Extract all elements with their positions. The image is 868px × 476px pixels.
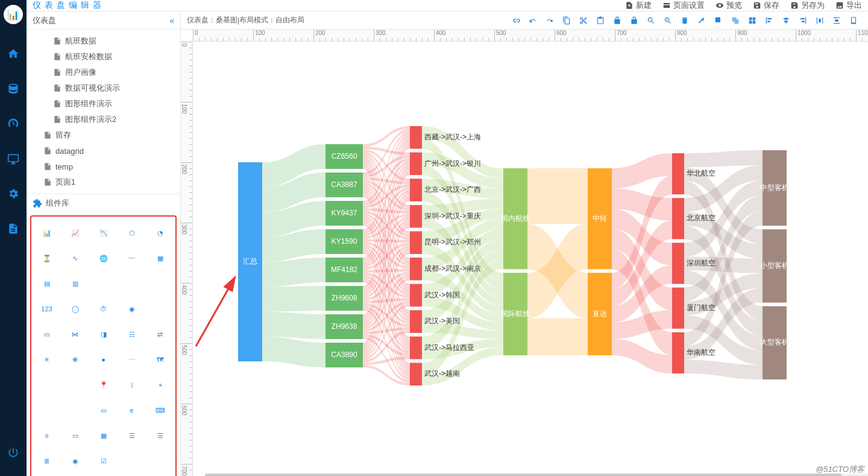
component-item[interactable]: ◉ [119, 297, 145, 320]
tool-front[interactable] [710, 12, 727, 29]
nav-settings[interactable] [0, 176, 27, 211]
component-item[interactable]: ⋯ [119, 348, 145, 371]
component-item[interactable]: ≣ [34, 449, 60, 472]
component-item[interactable]: ⋈ [62, 323, 88, 346]
tool-link[interactable] [508, 12, 524, 29]
nav-report[interactable] [0, 211, 27, 246]
component-item[interactable]: e [119, 399, 145, 422]
component-item[interactable]: ∿ [62, 247, 88, 270]
canvas[interactable]: 汇总CZ6560CA3887KY9437KY1590MF4182ZH9608ZH… [193, 42, 868, 476]
component-item[interactable] [62, 373, 88, 396]
component-item[interactable] [62, 399, 88, 422]
nav-power[interactable] [0, 435, 27, 470]
component-item[interactable]: ✳ [34, 348, 60, 371]
tree-item[interactable]: 图形组件演示2 [27, 112, 180, 127]
component-item[interactable]: 🌐 [90, 247, 116, 270]
component-item[interactable]: 123 [34, 297, 60, 320]
action-new[interactable]: 新建 [625, 0, 652, 11]
component-item[interactable]: ▭ [34, 323, 60, 346]
tree-item[interactable]: 航班数据 [27, 33, 180, 49]
component-item[interactable]: ☰ [119, 424, 145, 447]
component-item[interactable]: ◨ [90, 323, 116, 346]
tool-back[interactable] [727, 12, 744, 29]
tree-item[interactable]: datagrid [27, 143, 180, 159]
component-item[interactable]: ▭ [62, 424, 88, 447]
svg-rect-53 [672, 288, 684, 329]
action-preview[interactable]: 预览 [715, 0, 742, 11]
tool-mobile[interactable] [845, 12, 862, 29]
tool-align-center[interactable] [778, 12, 794, 29]
tool-clear[interactable] [693, 12, 710, 29]
component-item[interactable]: ☷ [119, 323, 145, 346]
tool-undo[interactable] [524, 12, 541, 29]
component-item[interactable]: ≡ [34, 424, 60, 447]
tree-item[interactable]: 用户画像 [27, 65, 180, 80]
component-item[interactable] [34, 373, 60, 396]
collapse-sidebar-icon[interactable]: « [169, 16, 174, 25]
component-item[interactable]: ◯ [62, 297, 88, 320]
nav-dashboard[interactable] [0, 106, 27, 141]
component-item[interactable]: ● [90, 348, 116, 371]
component-item[interactable]: ⏱ [90, 297, 116, 320]
component-item[interactable]: ❋ [62, 348, 88, 371]
tool-cut[interactable] [575, 12, 592, 29]
component-item[interactable]: ▭ [90, 399, 116, 422]
component-item[interactable]: ▤ [34, 272, 60, 295]
component-item[interactable] [34, 399, 60, 422]
tool-align-right[interactable] [794, 12, 811, 29]
component-item[interactable]: ⌨ [147, 399, 173, 422]
component-item[interactable]: ⌖ [147, 373, 173, 396]
component-item[interactable]: 〰 [119, 247, 145, 270]
component-item[interactable]: 📍 [90, 373, 116, 396]
tool-zoom-in[interactable] [659, 12, 676, 29]
component-item[interactable]: ☑ [90, 449, 116, 472]
tool-zoom-out[interactable] [643, 12, 659, 29]
tree-item[interactable]: temp [27, 159, 180, 174]
horizontal-scrollbar[interactable] [205, 474, 868, 476]
component-item[interactable]: ▥ [62, 272, 88, 295]
app-logo[interactable]: 📊 [4, 5, 23, 24]
component-item[interactable] [147, 272, 173, 295]
tool-redo[interactable] [541, 12, 558, 29]
component-item[interactable]: ▦ [90, 424, 116, 447]
svg-text:北京航空: 北京航空 [687, 214, 715, 222]
component-item[interactable]: 📈 [62, 221, 88, 244]
component-item[interactable]: 🗺 [147, 348, 173, 371]
action-save-as[interactable]: 另存为 [790, 0, 825, 11]
tree-item[interactable]: 航班安检数据 [27, 49, 180, 65]
component-item[interactable] [119, 272, 145, 295]
component-item[interactable] [147, 297, 173, 320]
component-item[interactable]: ⟟ [119, 373, 145, 396]
component-item[interactable]: 📉 [90, 221, 116, 244]
component-item[interactable]: ⬠ [119, 221, 145, 244]
nav-data[interactable] [0, 71, 27, 106]
component-item[interactable] [90, 272, 116, 295]
component-item[interactable]: ◔ [147, 221, 173, 244]
tool-paste[interactable] [592, 12, 609, 29]
action-page-settings[interactable]: 页面设置 [662, 0, 705, 11]
tree-item[interactable]: 数据可视化演示 [27, 80, 180, 96]
tool-align-left[interactable] [761, 12, 778, 29]
action-save[interactable]: 保存 [753, 0, 779, 11]
tool-unlock[interactable] [626, 12, 643, 29]
component-item[interactable]: ◉ [62, 449, 88, 472]
svg-rect-37 [410, 363, 422, 386]
component-item[interactable]: ▦ [147, 247, 173, 270]
nav-display[interactable] [0, 141, 27, 176]
tool-group[interactable] [744, 12, 761, 29]
action-export[interactable]: 导出 [835, 0, 862, 11]
tool-delete[interactable] [676, 12, 693, 29]
component-item[interactable]: ⇄ [147, 323, 173, 346]
tool-lock[interactable] [609, 12, 626, 29]
tree-item[interactable]: 页面1 [27, 174, 180, 190]
tool-copy[interactable] [558, 12, 575, 29]
component-item[interactable]: ⏳ [34, 247, 60, 270]
sankey-chart[interactable]: 汇总CZ6560CA3887KY9437KY1590MF4182ZH9608ZH… [238, 126, 841, 386]
nav-home[interactable] [0, 36, 27, 71]
tree-item[interactable]: 留存 [27, 127, 180, 143]
tool-distribute-v[interactable] [828, 12, 845, 29]
tool-distribute-h[interactable] [811, 12, 828, 29]
component-item[interactable]: 📊 [34, 221, 60, 244]
tree-item[interactable]: 图形组件演示 [27, 96, 180, 112]
component-item[interactable]: ☰ [147, 424, 173, 447]
